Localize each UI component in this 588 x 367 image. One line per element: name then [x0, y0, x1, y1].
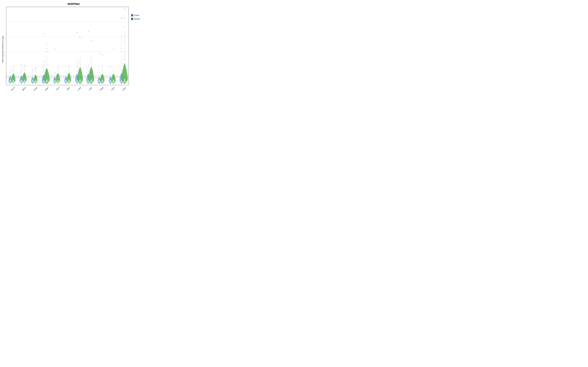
svg-point-46: [25, 70, 25, 71]
svg-point-153: [77, 61, 77, 61]
svg-point-190: [91, 62, 92, 62]
x-label-prad: PRAD: [99, 87, 106, 92]
svg-point-203: [99, 72, 100, 73]
svg-point-271: [124, 50, 125, 50]
svg-point-150: [77, 64, 78, 65]
svg-point-254: [121, 42, 122, 43]
svg-point-14: [11, 71, 11, 72]
svg-point-276: [124, 38, 125, 39]
svg-point-189: [91, 63, 91, 63]
violin-kirc-normal: [67, 66, 71, 84]
svg-point-59: [33, 73, 33, 73]
svg-point-245: [121, 62, 121, 63]
svg-point-39: [21, 66, 21, 67]
legend-normal-box: [131, 18, 133, 20]
svg-point-82: [44, 66, 44, 66]
svg-point-58: [32, 74, 33, 74]
svg-point-81: [43, 67, 43, 67]
svg-point-60: [32, 71, 33, 72]
svg-point-117: [58, 71, 59, 71]
svg-point-130: [66, 69, 66, 70]
violin-coad-normal: [34, 68, 38, 84]
svg-rect-89: [46, 80, 47, 83]
svg-point-233: [113, 49, 114, 50]
svg-point-147: [77, 68, 77, 68]
svg-point-129: [65, 71, 66, 71]
svg-point-178: [87, 68, 88, 68]
svg-point-68: [35, 71, 35, 72]
svg-point-84: [43, 63, 44, 64]
svg-point-27: [13, 66, 14, 66]
svg-point-169: [80, 55, 81, 55]
svg-point-230: [113, 71, 114, 72]
x-label-hnsc: HNSC: [45, 87, 52, 92]
svg-rect-64: [35, 80, 36, 83]
svg-point-86: [44, 61, 44, 62]
x-axis-labels: BLCA BRCA COAD HNSC KICH KIRC LUAD LUSC …: [6, 86, 129, 92]
svg-rect-227: [113, 80, 114, 83]
svg-point-154: [77, 60, 78, 60]
chart-container: SERPINI2 mRNA Expression (RNASeq V2, log…: [0, 0, 147, 92]
svg-point-137: [69, 68, 69, 69]
svg-point-277: [124, 35, 125, 36]
svg-point-120: [57, 67, 58, 68]
svg-point-246: [121, 61, 122, 61]
svg-point-79: [43, 69, 43, 69]
svg-rect-132: [69, 80, 69, 83]
svg-point-111: [55, 72, 55, 73]
violin-prad-normal: [100, 54, 104, 84]
svg-point-193: [91, 58, 91, 58]
svg-point-175: [88, 71, 89, 72]
svg-point-23: [14, 71, 14, 71]
svg-point-163: [80, 62, 81, 63]
svg-point-103: [46, 46, 47, 46]
svg-point-202: [99, 73, 99, 74]
x-label-blca: BLCA: [11, 87, 17, 92]
svg-point-110: [54, 73, 55, 74]
y-axis-label: mRNA Expression (RNASeq V2, log2): [0, 7, 6, 92]
svg-point-25: [13, 69, 14, 69]
x-label-coad: COAD: [33, 87, 40, 92]
svg-rect-19: [13, 80, 14, 83]
svg-point-266: [125, 55, 125, 56]
svg-point-78: [44, 70, 44, 71]
svg-point-217: [102, 54, 103, 55]
svg-point-32: [22, 74, 22, 74]
svg-rect-158: [80, 79, 80, 83]
svg-point-280: [124, 9, 125, 9]
x-label-kich: KICH: [56, 87, 62, 92]
svg-point-213: [102, 69, 103, 69]
svg-point-51: [24, 64, 25, 65]
svg-point-214: [102, 68, 102, 68]
svg-point-47: [24, 69, 24, 70]
svg-point-77: [43, 71, 43, 72]
svg-point-195: [91, 56, 91, 56]
svg-point-179: [88, 67, 89, 67]
svg-point-264: [125, 58, 125, 58]
svg-point-176: [87, 70, 88, 71]
svg-point-278: [125, 32, 125, 33]
svg-rect-54: [32, 80, 33, 82]
svg-point-33: [21, 73, 21, 73]
svg-point-256: [121, 36, 122, 37]
legend-normal: Normal: [131, 18, 147, 20]
svg-point-188: [92, 64, 92, 65]
svg-point-83: [43, 65, 43, 65]
svg-point-126: [66, 74, 67, 75]
svg-point-61: [33, 70, 33, 71]
svg-point-102: [47, 48, 47, 49]
svg-point-128: [66, 72, 67, 72]
svg-point-57: [33, 75, 33, 75]
x-label-ucec: UCEC: [122, 87, 129, 92]
svg-point-272: [125, 48, 125, 49]
svg-point-167: [80, 57, 81, 58]
x-label-kirc: KIRC: [66, 87, 73, 92]
chart-title: SERPINI2: [67, 2, 80, 6]
svg-point-165: [80, 59, 81, 60]
svg-point-191: [91, 60, 91, 61]
svg-point-155: [77, 59, 77, 59]
svg-point-181: [88, 64, 89, 65]
svg-point-119: [58, 68, 58, 69]
svg-point-62: [32, 69, 33, 70]
violin-blca-normal: [11, 66, 16, 84]
